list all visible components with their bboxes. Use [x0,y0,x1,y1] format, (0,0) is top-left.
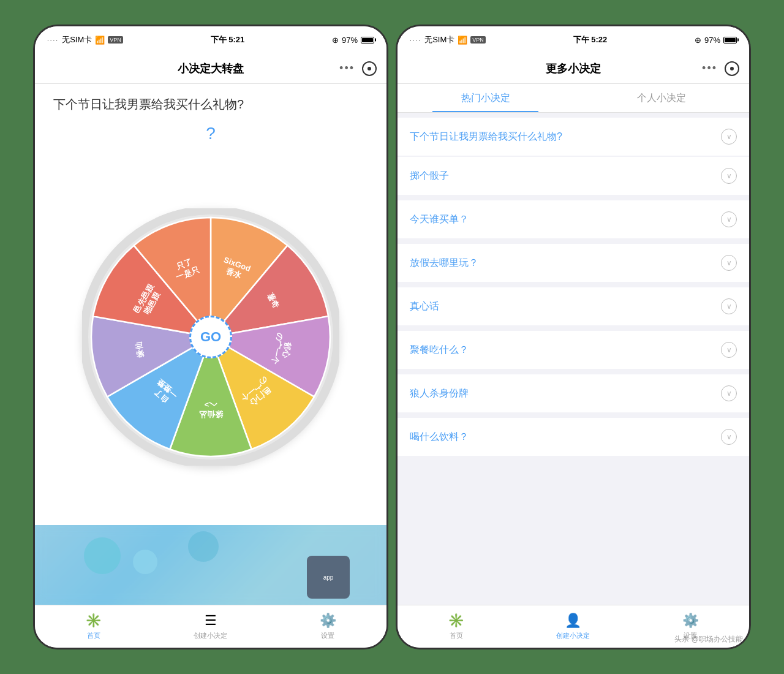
nav-dots-1[interactable]: ••• [339,62,355,75]
list-item-5[interactable]: 聚餐吃什么？ ∨ [398,331,749,369]
wheel-wrapper: SixGod香水薯奇郁心の宀一个邑门心の宀一个缘仙丛へ>自了一整整缘仙邑先邑跟啪… [82,208,339,466]
list-item-2[interactable]: 今天谁买单？ ∨ [398,200,749,238]
banner-circle-3 [188,531,219,562]
list-item-text-4: 真心话 [410,300,439,313]
watermark: 头杀 @职场办公技能 [674,634,743,645]
status-left-1: ···· 无SIM卡 📶 VPN [47,34,123,45]
nav-target-icon-2[interactable] [725,61,739,76]
tab-home-label-1: 首页 [87,631,100,640]
divider-2 [398,239,749,244]
tab-bar-2: ✳️ 首页 👤 创建小决定 ⚙️ 设置 头杀 @职场办公技能 [398,605,749,648]
carrier-2: 无SIM卡 [424,34,454,45]
tab-home-label-2: 首页 [450,631,463,640]
chevron-icon-3[interactable]: ∨ [721,255,737,271]
status-bar-2: ···· 无SIM卡 📶 VPN 下午 5:22 ⊕ 97% [398,26,749,53]
tab-hot[interactable]: 热门小决定 [398,84,573,112]
gps-icon-2: ⊕ [695,36,701,45]
tab-create-1[interactable]: ☰ 创建小决定 [152,613,269,640]
chevron-icon-5[interactable]: ∨ [721,342,737,358]
tab-create-label-1: 创建小决定 [194,631,227,640]
battery-icon-1 [361,37,374,44]
status-right-1: ⊕ 97% [332,36,374,45]
wheel-container: SixGod香水薯奇郁心の宀一个邑门心の宀一个缘仙丛へ>自了一整整缘仙邑先邑跟啪… [35,148,386,525]
chevron-icon-7[interactable]: ∨ [721,429,737,445]
banner-card-text: app [323,574,334,581]
nav-dots-2[interactable]: ••• [702,62,717,75]
tab-home-2[interactable]: ✳️ 首页 [398,613,514,640]
list-item-text-3: 放假去哪里玩？ [410,257,478,270]
signal-dots-1: ···· [47,37,59,44]
list-item-6[interactable]: 狼人杀身份牌 ∨ [398,374,749,412]
nav-bar-1: 小决定大转盘 ••• [35,53,386,84]
tab-bar-1: ✳️ 首页 ☰ 创建小决定 ⚙️ 设置 [35,605,386,648]
list-item-text-6: 狼人杀身份牌 [410,387,469,400]
question-mark: ? [35,124,386,143]
list-item-text-1: 掷个骰子 [410,170,449,183]
list-item-7[interactable]: 喝什么饮料？ ∨ [398,418,749,456]
chevron-icon-6[interactable]: ∨ [721,385,737,401]
nav-title-2: 更多小决定 [546,61,601,76]
status-right-2: ⊕ 97% [695,36,737,45]
nav-actions-1: ••• [339,61,377,76]
tab-create-label-2: 创建小决定 [556,631,590,640]
battery-icon-2 [723,37,737,44]
banner-circle-2 [133,550,157,574]
question-text: 下个节日让我男票给我买什么礼物? [53,96,368,113]
divider-3 [398,282,749,287]
list-item-text-5: 聚餐吃什么？ [410,344,469,357]
go-label[interactable]: GO [200,329,221,345]
question-area: 下个节日让我男票给我买什么礼物? [35,84,386,119]
chevron-icon-4[interactable]: ∨ [721,298,737,314]
list-item-text-0: 下个节日让我男票给我买什么礼物? [410,131,562,143]
home-icon-1: ✳️ [85,613,102,629]
phone2: ···· 无SIM卡 📶 VPN 下午 5:22 ⊕ 97% 更多小决定 •••… [396,25,751,649]
list-container[interactable]: 下个节日让我男票给我买什么礼物? ∨ 掷个骰子 ∨ 今天谁买单？ ∨ 放假去哪里… [398,113,749,605]
banner-circle-1 [84,537,121,574]
settings-icon-2: ⚙️ [682,613,699,629]
divider-6 [398,413,749,418]
phone1: ···· 无SIM卡 📶 VPN 下午 5:21 ⊕ 97% 小决定大转盘 ••… [33,25,388,649]
phones-container: ···· 无SIM卡 📶 VPN 下午 5:21 ⊕ 97% 小决定大转盘 ••… [33,25,751,649]
tab-home-1[interactable]: ✳️ 首页 [35,613,152,640]
chevron-icon-1[interactable]: ∨ [721,168,737,184]
wheel-center-go[interactable]: GO [189,316,232,358]
wifi-icon-2: 📶 [458,36,467,45]
list-item-text-2: 今天谁买单？ [410,213,469,226]
divider-1 [398,195,749,200]
phone1-main: 下个节日让我男票给我买什么礼物? ? [35,84,386,605]
status-bar-1: ···· 无SIM卡 📶 VPN 下午 5:21 ⊕ 97% [35,26,386,53]
settings-icon-1: ⚙️ [320,613,336,629]
divider-4 [398,326,749,331]
list-item-3[interactable]: 放假去哪里玩？ ∨ [398,244,749,282]
home-icon-2: ✳️ [448,613,464,629]
vpn-badge-1: VPN [108,36,123,44]
battery-pct-2: 97% [704,36,720,45]
tab-personal[interactable]: 个人小决定 [573,84,749,112]
tab-settings-1[interactable]: ⚙️ 设置 [270,613,386,640]
banner-card: app [307,556,350,599]
chevron-icon-0[interactable]: ∨ [721,129,737,145]
banner-area: app [35,525,386,605]
status-left-2: ···· 无SIM卡 📶 VPN [410,34,486,45]
chevron-icon-2[interactable]: ∨ [721,211,737,227]
tab-create-2[interactable]: 👤 创建小决定 [514,613,631,640]
list-item-4[interactable]: 真心话 ∨ [398,287,749,325]
vpn-badge-2: VPN [470,36,486,44]
list-item-0[interactable]: 下个节日让我男票给我买什么礼物? ∨ [398,118,749,156]
list-item-text-7: 喝什么饮料？ [410,431,469,444]
create-icon-2: 👤 [565,613,581,629]
battery-pct-1: 97% [342,36,358,45]
wifi-icon-1: 📶 [95,36,105,45]
create-icon-1: ☰ [205,613,217,629]
gps-icon-1: ⊕ [332,36,339,45]
carrier-1: 无SIM卡 [62,34,92,45]
nav-target-icon-1[interactable] [362,61,377,76]
nav-bar-2: 更多小决定 ••• [398,53,749,84]
tabs-row: 热门小决定 个人小决定 [398,84,749,113]
list-item-1[interactable]: 掷个骰子 ∨ [398,157,749,195]
time-1: 下午 5:21 [211,34,245,45]
nav-actions-2: ••• [702,61,739,76]
signal-dots-2: ···· [410,37,421,44]
time-2: 下午 5:22 [573,34,608,45]
nav-title-1: 小决定大转盘 [178,61,244,76]
